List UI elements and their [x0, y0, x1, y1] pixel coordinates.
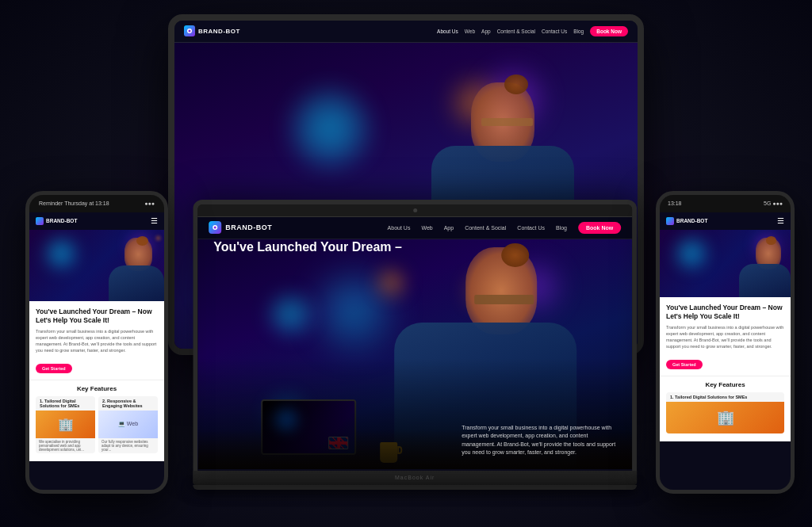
phone-right-statusbar: 13:18 5G ●●● [660, 195, 791, 212]
phone-right-hero [660, 230, 791, 297]
brand-icon [184, 25, 195, 36]
mac-hero-subtext: Transform your small business into a dig… [462, 424, 620, 457]
macbook-foot [193, 485, 637, 490]
tablet-book-btn[interactable]: Book Now [590, 26, 628, 36]
tablet-brand: BRAND-BOT [184, 25, 240, 36]
phone-left-person-body [109, 265, 164, 301]
phone-right-feature-1: 1. Tailored Digital Solutions for SMEs 🏢 [666, 392, 784, 433]
tablet-navbar: BRAND-BOT About Us Web App Content & Soc… [174, 21, 638, 43]
phone-left-cta[interactable]: Get Started [36, 364, 72, 373]
mac-brand: BRAND-BOT [209, 221, 272, 234]
phone-left-frame: Reminder Thursday at 13:18 ●●● BRAND-BOT… [25, 191, 168, 494]
phone-right-headline: You've Launched Your Dream – Now Let's H… [666, 304, 784, 321]
phone-left-brand-name: BRAND-BOT [46, 218, 77, 223]
phone-left-navbar: BRAND-BOT ☰ [29, 212, 164, 230]
phone-right-status-time: 13:18 [668, 200, 682, 206]
macbook-frame: BRAND-BOT About Us Web App Content & Soc… [193, 200, 637, 471]
phone-right-subtext: Transform your small business into a dig… [666, 324, 784, 350]
phone-left-person-hair [136, 236, 148, 246]
glow-orb-blue [290, 89, 370, 168]
nav-link-app[interactable]: App [481, 29, 491, 34]
phone-right-brand-icon [666, 217, 674, 225]
phone-left-feature-1-img: 🏢 [36, 411, 95, 438]
phone-right-feature-1-label: 1. Tailored Digital Solutions for SMEs [666, 392, 784, 402]
phone-left-features-title: Key Features [36, 385, 158, 392]
macbook-camera [413, 208, 417, 212]
phone-left-menu-icon[interactable]: ☰ [151, 216, 158, 225]
phone-right-content: You've Launched Your Dream – Now Let's H… [660, 297, 791, 376]
phone-left-features-grid: 1. Tailored Digital Solutions for SMEs 🏢… [36, 396, 158, 456]
mac-brand-name: BRAND-BOT [225, 223, 272, 231]
mac-nav-web[interactable]: Web [421, 225, 432, 231]
macbook-camera-bar [197, 204, 632, 217]
mac-navbar: BRAND-BOT About Us Web App Content & Soc… [197, 217, 632, 239]
macbook-screen: BRAND-BOT About Us Web App Content & Soc… [197, 217, 632, 471]
nav-link-contact[interactable]: Contact Us [542, 29, 567, 34]
phone-left-content: You've Launched Your Dream – Now Let's H… [29, 301, 164, 380]
phone-left-feature-2-label: 2. Responsive & Engaging Websites [98, 396, 158, 411]
phone-right-cta[interactable]: Get Started [666, 360, 703, 369]
phone-left-person [109, 234, 164, 301]
phone-left-feature-2-desc: Our fully responsive websites adapt to a… [98, 438, 158, 453]
mac-person-hair [501, 243, 529, 267]
phone-right-status-signal: 5G ●●● [764, 200, 783, 206]
mac-nav-contact[interactable]: Contact Us [517, 225, 545, 231]
mac-glow-extra1 [262, 287, 318, 342]
phone-left-status-right: ●●● [144, 200, 155, 206]
mac-hero: You've Launched Your Dream – Transform y… [197, 239, 632, 469]
phone-right-screen: BRAND-BOT ☰ You've La [660, 212, 791, 490]
phone-left-features: Key Features 1. Tailored Digital Solutio… [29, 380, 164, 461]
nav-link-content[interactable]: Content & Social [497, 29, 535, 34]
mac-nav-blog[interactable]: Blog [556, 225, 567, 231]
phone-right-person-hair [766, 236, 776, 245]
mac-nav-about[interactable]: About Us [388, 225, 411, 231]
phone-left-feature-1: 1. Tailored Digital Solutions for SMEs 🏢… [36, 396, 95, 453]
mac-person-glasses [474, 295, 534, 304]
mac-hero-subtext-block: Transform your small business into a dig… [462, 424, 620, 457]
nav-link-about[interactable]: About Us [437, 29, 458, 34]
phone-right-features-title: Key Features [666, 381, 784, 388]
macbook-label: MacBook Air [395, 475, 435, 480]
scene: BRAND-BOT About Us Web App Content & Soc… [10, 14, 802, 514]
phone-left-feature-1-label: 1. Tailored Digital Solutions for SMEs [36, 396, 95, 411]
nav-link-web[interactable]: Web [465, 29, 475, 34]
phone-left-glow1 [41, 234, 81, 273]
nav-link-blog[interactable]: Blog [573, 29, 584, 34]
phone-left-brand-icon [36, 217, 44, 225]
phone-right-glow1 [672, 234, 711, 273]
mac-nav-content[interactable]: Content & Social [465, 225, 506, 231]
svg-point-1 [189, 30, 191, 32]
mac-book-btn[interactable]: Book Now [578, 222, 621, 234]
phone-left-screen: BRAND-BOT ☰ [29, 212, 164, 490]
phone-left-subtext: Transform your small business into a dig… [36, 328, 158, 354]
phone-left-hero [29, 230, 164, 301]
phone-left-headline: You've Launched Your Dream – Now Let's H… [36, 307, 158, 325]
phone-right-frame: 13:18 5G ●●● BRAND-BOT ☰ [656, 191, 795, 494]
tablet-nav-links: About Us Web App Content & Social Contac… [437, 26, 628, 36]
phone-right-device: 13:18 5G ●●● BRAND-BOT ☰ [656, 191, 795, 494]
phone-right-brand-name: BRAND-BOT [676, 218, 707, 223]
phone-left-feature-1-desc: We specialise in providing personalised … [36, 438, 95, 453]
mac-nav-app[interactable]: App [444, 225, 454, 231]
phone-right-person-body [739, 264, 791, 297]
phone-right-person [739, 234, 791, 297]
phone-right-navbar: BRAND-BOT ☰ [660, 212, 791, 230]
mac-nav-links: About Us Web App Content & Social Contac… [388, 222, 622, 234]
phone-left-feature-2: 2. Responsive & Engaging Websites 💻 Web … [98, 396, 158, 453]
mac-hero-headline: You've Launched Your Dream – [213, 239, 442, 254]
mac-hero-text-block: You've Launched Your Dream – [197, 239, 458, 273]
phone-left-feature-2-img: 💻 Web [98, 411, 158, 438]
macbook-device: BRAND-BOT About Us Web App Content & Soc… [193, 200, 637, 490]
phone-right-features: Key Features 1. Tailored Digital Solutio… [660, 376, 791, 441]
phone-left-device: Reminder Thursday at 13:18 ●●● BRAND-BOT… [25, 191, 168, 494]
person-glasses [481, 118, 533, 126]
person-hair [504, 74, 528, 94]
phone-right-feature-1-img: 🏢 [666, 402, 784, 433]
mac-brand-icon [209, 221, 221, 234]
svg-point-3 [214, 227, 216, 229]
macbook-base: MacBook Air [193, 471, 637, 485]
phone-right-menu-icon[interactable]: ☰ [777, 216, 784, 225]
phone-left-status-text: Reminder Thursday at 13:18 [39, 200, 109, 206]
phone-left-statusbar: Reminder Thursday at 13:18 ●●● [29, 195, 164, 212]
tablet-brand-name: BRAND-BOT [198, 28, 240, 35]
